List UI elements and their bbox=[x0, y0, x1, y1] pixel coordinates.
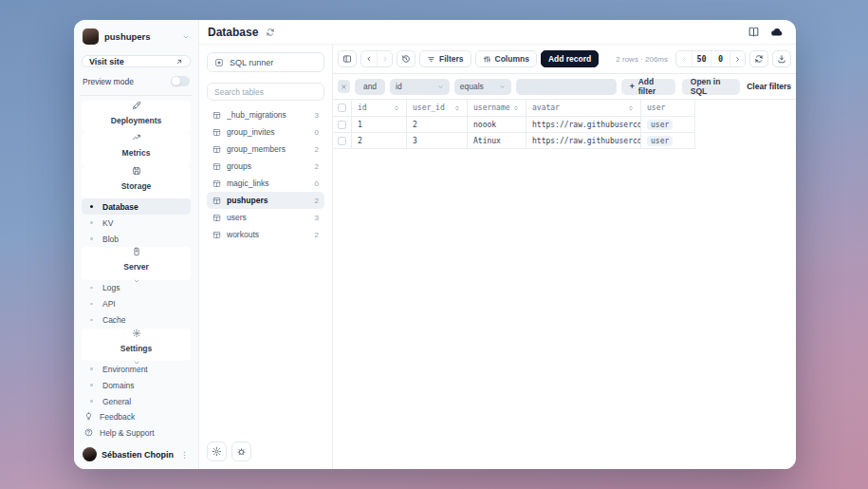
settings-gear-button[interactable] bbox=[207, 442, 227, 461]
bullet-icon bbox=[86, 367, 97, 370]
add-record-button[interactable]: Add record bbox=[541, 50, 599, 67]
sidebar-item-domains[interactable]: Domains bbox=[82, 377, 191, 393]
filter-value-input[interactable] bbox=[516, 79, 617, 95]
help-support-link[interactable]: Help & Support bbox=[82, 425, 191, 440]
columns-button[interactable]: Columns bbox=[475, 50, 537, 67]
column-header-user[interactable]: user bbox=[641, 100, 695, 117]
sidebar-item-cache[interactable]: Cache bbox=[82, 312, 191, 329]
sidebar-item-storage[interactable]: Storage bbox=[82, 166, 191, 198]
remove-filter-button[interactable] bbox=[338, 80, 350, 93]
sidebar-item-server[interactable]: Server bbox=[82, 247, 191, 279]
app-window: pushupers Visit site Preview mode Deploy… bbox=[74, 20, 796, 469]
conjunction-chip[interactable]: and bbox=[355, 79, 385, 95]
sort-icon[interactable] bbox=[512, 104, 520, 112]
sidebar-item-api[interactable]: API bbox=[82, 296, 191, 312]
table-row[interactable]: 12noookhttps://raw.githubusercon…user bbox=[333, 117, 796, 133]
table-list-item-workouts[interactable]: workouts2 bbox=[207, 226, 324, 243]
row-checkbox-cell[interactable] bbox=[333, 133, 352, 149]
sidebar-item-environment[interactable]: Environment bbox=[82, 361, 191, 377]
project-switcher[interactable]: pushupers bbox=[82, 27, 191, 47]
nuxthub-cloud-icon[interactable] bbox=[770, 26, 784, 39]
visit-site-button[interactable]: Visit site bbox=[82, 55, 191, 67]
add-filter-button[interactable]: + Add filter bbox=[621, 79, 675, 95]
sidebar-item-kv[interactable]: KV bbox=[82, 215, 191, 231]
filters-button[interactable]: Filters bbox=[419, 50, 471, 67]
sidebar-item-label: Cache bbox=[102, 315, 186, 325]
relation-badge[interactable]: user bbox=[647, 120, 673, 130]
checkbox[interactable] bbox=[338, 121, 346, 129]
table-cell-user[interactable]: user bbox=[641, 133, 695, 149]
column-header-avatar[interactable]: avatar bbox=[526, 100, 641, 117]
filter-operator-select[interactable]: equals bbox=[454, 79, 511, 95]
table-list-item-groups[interactable]: groups2 bbox=[207, 158, 324, 175]
checkbox[interactable] bbox=[338, 137, 346, 145]
query-history-button[interactable] bbox=[397, 50, 416, 67]
lightbulb-icon bbox=[83, 412, 94, 421]
column-header-id[interactable]: id bbox=[352, 100, 407, 117]
next-page-button[interactable] bbox=[729, 51, 745, 66]
filters-label: Filters bbox=[439, 54, 464, 64]
table-row[interactable]: 23Atinuxhttps://raw.githubusercon…user bbox=[333, 133, 796, 149]
relation-badge[interactable]: user bbox=[647, 136, 673, 146]
table-list-item-_hub_migrations[interactable]: _hub_migrations3 bbox=[207, 106, 324, 123]
sidebar-item-deployments[interactable]: Deployments bbox=[82, 101, 191, 133]
row-checkbox-cell[interactable] bbox=[333, 117, 352, 133]
table-list-item-users[interactable]: users3 bbox=[207, 209, 324, 226]
page-size-value[interactable]: 50 bbox=[692, 51, 711, 66]
open-in-sql-label: Open in SQL bbox=[691, 77, 731, 96]
table-list-item-group_invites[interactable]: group_invites0 bbox=[207, 123, 324, 141]
history-nav-group bbox=[360, 50, 393, 67]
table-list-item-magic_links[interactable]: magic_links0 bbox=[207, 175, 324, 192]
forward-button[interactable] bbox=[377, 51, 392, 66]
refresh-data-button[interactable] bbox=[749, 50, 768, 67]
filter-column-select[interactable]: id bbox=[390, 79, 450, 95]
sidebar-item-logs[interactable]: Logs bbox=[82, 280, 191, 296]
refresh-page-icon[interactable] bbox=[266, 28, 275, 37]
sidebar-item-metrics[interactable]: Metrics bbox=[82, 133, 191, 165]
table-cell-user[interactable]: user bbox=[641, 117, 695, 133]
sort-icon[interactable] bbox=[393, 104, 400, 112]
sidebar-item-label: Blob bbox=[102, 235, 186, 244]
download-button[interactable] bbox=[772, 50, 791, 67]
chart-icon bbox=[131, 133, 141, 142]
open-in-sql-button[interactable]: Open in SQL bbox=[682, 79, 740, 95]
sql-runner-button[interactable]: SQL runner bbox=[207, 52, 324, 72]
column-header-username[interactable]: username bbox=[468, 100, 526, 117]
query-status: 2 rows · 206ms bbox=[616, 55, 672, 64]
user-menu[interactable]: Sébastien Chopin ⋮ bbox=[82, 447, 191, 461]
table-cell-user_id[interactable]: 2 bbox=[407, 117, 468, 133]
clear-filters-button[interactable]: Clear filters bbox=[747, 82, 791, 91]
back-button[interactable] bbox=[361, 51, 377, 66]
table-cell-id[interactable]: 1 bbox=[352, 117, 407, 133]
checkbox[interactable] bbox=[338, 103, 346, 112]
column-header-user_id[interactable]: user_id bbox=[407, 100, 468, 117]
sidebar-item-database[interactable]: Database bbox=[82, 198, 191, 215]
sidebar-item-settings[interactable]: Settings bbox=[82, 329, 191, 361]
feedback-link[interactable]: Feedback bbox=[82, 409, 191, 423]
table-list-item-group_members[interactable]: group_members2 bbox=[207, 141, 324, 158]
debug-bug-button[interactable] bbox=[231, 442, 251, 461]
preview-mode-toggle[interactable] bbox=[171, 76, 190, 86]
toggle-panel-button[interactable] bbox=[338, 50, 357, 67]
sidebar-item-blob[interactable]: Blob bbox=[82, 231, 191, 247]
sort-icon[interactable] bbox=[453, 104, 461, 112]
table-cell-username[interactable]: Atinux bbox=[468, 133, 526, 149]
table-cell-user_id[interactable]: 3 bbox=[407, 133, 468, 149]
prev-page-button[interactable] bbox=[676, 51, 692, 66]
select-all-checkbox[interactable] bbox=[333, 100, 352, 117]
column-label: username bbox=[473, 103, 510, 112]
search-tables-input[interactable] bbox=[207, 83, 324, 101]
dots-vertical-icon[interactable]: ⋮ bbox=[178, 450, 191, 460]
table-cell-username[interactable]: noook bbox=[468, 117, 526, 133]
table-list-item-pushupers[interactable]: pushupers2 bbox=[207, 192, 324, 209]
sidebar-item-general[interactable]: General bbox=[82, 393, 191, 409]
table-cell-avatar[interactable]: https://raw.githubusercon… bbox=[526, 133, 641, 149]
server-icon bbox=[131, 247, 141, 256]
cell-value: 1 bbox=[358, 121, 362, 129]
preview-mode-row: Preview mode bbox=[82, 76, 191, 86]
table-cell-id[interactable]: 2 bbox=[352, 133, 407, 149]
table-cell-avatar[interactable]: https://raw.githubusercon… bbox=[526, 117, 641, 133]
sort-icon[interactable] bbox=[627, 104, 635, 112]
docs-book-icon[interactable] bbox=[748, 26, 760, 38]
page-offset-value[interactable]: 0 bbox=[711, 51, 729, 66]
